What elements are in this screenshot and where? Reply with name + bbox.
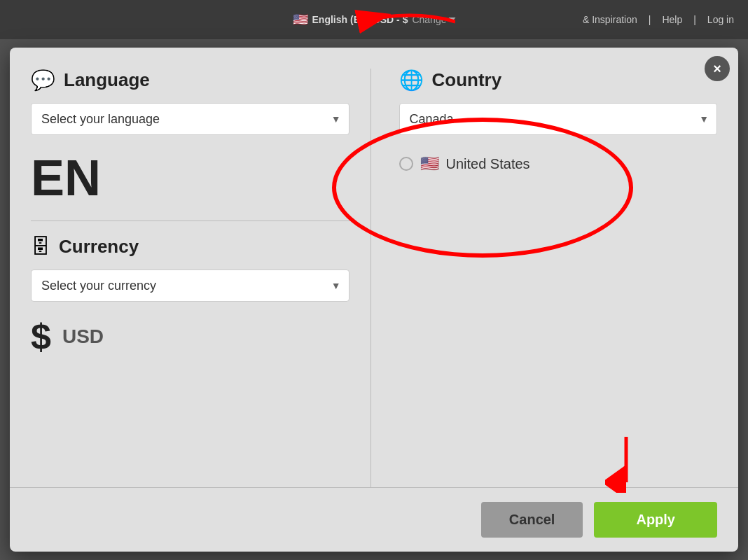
language-dropdown-container: Select your language English (EN) French… [31, 103, 349, 135]
nav-lang-currency: 🇺🇸 English (EN) USD - $ Change [293, 12, 456, 27]
section-divider [31, 220, 349, 221]
left-panel: 💬 Language Select your language English … [31, 69, 371, 487]
country-radio-option[interactable]: 🇺🇸 United States [399, 149, 718, 178]
currency-section-header: 🗄 Currency [31, 235, 349, 258]
currency-select[interactable]: Select your currency USD - $ CAD - $ EUR… [31, 270, 349, 302]
language-select[interactable]: Select your language English (EN) French… [31, 103, 349, 135]
cancel-button[interactable]: Cancel [481, 502, 583, 538]
currency-title: Currency [59, 236, 139, 258]
top-nav-bar: 🇺🇸 English (EN) USD - $ Change & Inspira… [0, 0, 748, 39]
nav-divider: | [649, 14, 651, 25]
apply-button[interactable]: Apply [594, 502, 717, 538]
currency-dollar-sign: $ [31, 316, 51, 358]
us-country-name: United States [446, 156, 530, 172]
country-title: Country [432, 69, 502, 91]
language-icon: 💬 [31, 69, 55, 92]
language-big-letter: EN [31, 149, 349, 206]
nav-change-arrow-icon [448, 18, 455, 22]
country-select[interactable]: Canada United States United Kingdom Aust… [399, 103, 718, 135]
currency-code-label: USD [62, 326, 104, 348]
country-radio-button[interactable] [399, 157, 413, 171]
modal-overlay: × 💬 Language Select your language Englis… [0, 39, 748, 560]
currency-icon: 🗄 [31, 235, 50, 258]
country-dropdown-container: Canada United States United Kingdom Aust… [399, 103, 718, 135]
nav-right-links: & Inspiration | Help | Log in [583, 14, 734, 25]
settings-modal: × 💬 Language Select your language Englis… [10, 48, 738, 552]
nav-divider2: | [693, 14, 696, 25]
nav-change-button[interactable]: Change [412, 14, 455, 25]
right-panel: 🌐 Country Canada United States United Ki… [371, 69, 718, 487]
nav-login-link[interactable]: Log in [707, 14, 734, 25]
nav-lang-text: English (EN) USD - $ [312, 14, 408, 25]
close-button[interactable]: × [705, 56, 730, 81]
language-title: Language [64, 69, 150, 91]
currency-display: $ USD [31, 316, 349, 358]
nav-inspiration-link[interactable]: & Inspiration [583, 14, 637, 25]
modal-footer: Cancel Apply [10, 487, 738, 552]
modal-body: 💬 Language Select your language English … [10, 48, 738, 487]
language-section-header: 💬 Language [31, 69, 349, 92]
close-icon: × [713, 62, 721, 76]
nav-flag-icon: 🇺🇸 [293, 12, 308, 27]
nav-help-link[interactable]: Help [662, 14, 682, 25]
currency-dropdown-container: Select your currency USD - $ CAD - $ EUR… [31, 270, 349, 302]
country-section-header: 🌐 Country [399, 69, 718, 92]
country-icon: 🌐 [399, 69, 424, 92]
us-flag-icon: 🇺🇸 [420, 155, 439, 173]
